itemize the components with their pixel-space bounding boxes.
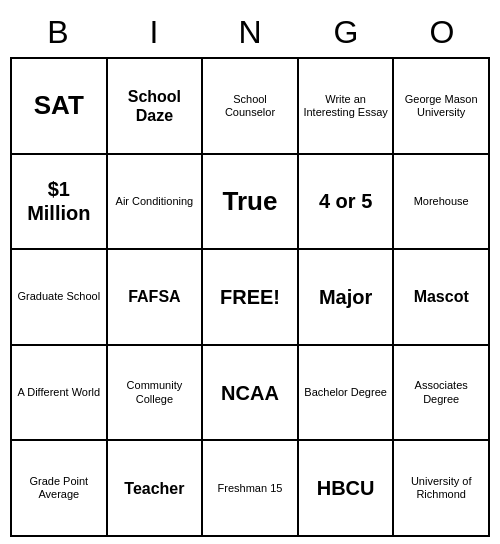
header-n: N <box>202 14 298 51</box>
bingo-cell-20[interactable]: Grade Point Average <box>12 441 108 537</box>
bingo-card: B I N G O SATSchool DazeSchool Counselor… <box>10 7 490 537</box>
bingo-cell-18[interactable]: Bachelor Degree <box>299 346 395 442</box>
header-g: G <box>298 14 394 51</box>
bingo-cell-19[interactable]: Associates Degree <box>394 346 490 442</box>
bingo-header: B I N G O <box>10 7 490 57</box>
bingo-cell-24[interactable]: University of Richmond <box>394 441 490 537</box>
header-o: O <box>394 14 490 51</box>
bingo-cell-15[interactable]: A Different World <box>12 346 108 442</box>
bingo-cell-2[interactable]: School Counselor <box>203 59 299 155</box>
bingo-cell-0[interactable]: SAT <box>12 59 108 155</box>
bingo-cell-12[interactable]: FREE! <box>203 250 299 346</box>
header-i: I <box>106 14 202 51</box>
bingo-cell-5[interactable]: $1 Million <box>12 155 108 251</box>
bingo-cell-21[interactable]: Teacher <box>108 441 204 537</box>
bingo-cell-3[interactable]: Write an Interesting Essay <box>299 59 395 155</box>
bingo-cell-4[interactable]: George Mason University <box>394 59 490 155</box>
bingo-cell-16[interactable]: Community College <box>108 346 204 442</box>
bingo-cell-1[interactable]: School Daze <box>108 59 204 155</box>
bingo-cell-10[interactable]: Graduate School <box>12 250 108 346</box>
bingo-cell-23[interactable]: HBCU <box>299 441 395 537</box>
bingo-cell-8[interactable]: 4 or 5 <box>299 155 395 251</box>
bingo-cell-7[interactable]: True <box>203 155 299 251</box>
bingo-cell-13[interactable]: Major <box>299 250 395 346</box>
bingo-cell-14[interactable]: Mascot <box>394 250 490 346</box>
bingo-cell-22[interactable]: Freshman 15 <box>203 441 299 537</box>
bingo-cell-6[interactable]: Air Conditioning <box>108 155 204 251</box>
bingo-cell-11[interactable]: FAFSA <box>108 250 204 346</box>
bingo-cell-17[interactable]: NCAA <box>203 346 299 442</box>
bingo-cell-9[interactable]: Morehouse <box>394 155 490 251</box>
header-b: B <box>10 14 106 51</box>
bingo-grid: SATSchool DazeSchool CounselorWrite an I… <box>10 57 490 537</box>
